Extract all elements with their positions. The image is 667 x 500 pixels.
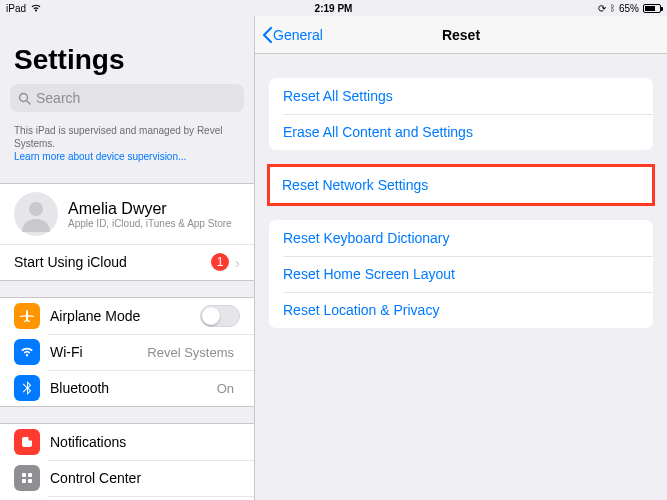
control-center-row[interactable]: Control Center (0, 460, 254, 496)
search-placeholder: Search (36, 90, 80, 106)
detail-pane: General Reset Reset All Settings Erase A… (255, 16, 667, 500)
airplane-toggle[interactable] (200, 305, 240, 327)
account-sub: Apple ID, iCloud, iTunes & App Store (68, 218, 240, 229)
erase-all-content[interactable]: Erase All Content and Settings (269, 114, 653, 150)
reset-all-settings[interactable]: Reset All Settings (269, 78, 653, 114)
reset-group-1: Reset All Settings Erase All Content and… (269, 78, 653, 150)
orientation-lock-icon: ⟳ (598, 3, 606, 14)
svg-rect-5 (22, 473, 26, 477)
svg-rect-7 (22, 479, 26, 483)
bluetooth-settings-icon (14, 375, 40, 401)
battery-icon (643, 4, 661, 13)
chevron-right-icon: › (235, 254, 240, 271)
svg-rect-8 (28, 479, 32, 483)
notifications-row[interactable]: Notifications (0, 424, 254, 460)
wifi-settings-icon (14, 339, 40, 365)
reset-network-group: Reset Network Settings (267, 164, 655, 206)
reset-home-screen[interactable]: Reset Home Screen Layout (269, 256, 653, 292)
status-bar: iPad 2:19 PM ⟳ ᛒ 65% (0, 0, 667, 16)
search-input[interactable]: Search (10, 84, 244, 112)
settings-sidebar: Settings Search This iPad is supervised … (0, 16, 255, 500)
wifi-row[interactable]: Wi-Fi Revel Systems (0, 334, 254, 370)
avatar (14, 192, 58, 236)
notifications-icon (14, 429, 40, 455)
svg-rect-6 (28, 473, 32, 477)
account-name: Amelia Dwyer (68, 200, 240, 218)
reset-keyboard-dictionary[interactable]: Reset Keyboard Dictionary (269, 220, 653, 256)
carrier-label: iPad (6, 3, 26, 14)
nav-title: Reset (442, 27, 480, 43)
svg-point-4 (28, 436, 33, 441)
page-title: Settings (0, 16, 254, 84)
start-icloud-row[interactable]: Start Using iCloud 1 › (0, 244, 254, 280)
clock: 2:19 PM (315, 3, 353, 14)
dnd-row[interactable]: Do Not Disturb (0, 496, 254, 500)
reset-network-settings[interactable]: Reset Network Settings (270, 167, 652, 203)
bluetooth-icon: ᛒ (610, 3, 615, 13)
back-button[interactable]: General (255, 26, 323, 44)
wifi-icon (30, 3, 42, 14)
airplane-icon (14, 303, 40, 329)
control-center-icon (14, 465, 40, 491)
supervision-link[interactable]: Learn more about device supervision... (14, 151, 186, 162)
nav-bar: General Reset (255, 16, 667, 54)
airplane-mode-row[interactable]: Airplane Mode (0, 298, 254, 334)
battery-percent: 65% (619, 3, 639, 14)
badge: 1 (211, 253, 229, 271)
bluetooth-row[interactable]: Bluetooth On (0, 370, 254, 406)
account-row[interactable]: Amelia Dwyer Apple ID, iCloud, iTunes & … (0, 184, 254, 244)
reset-group-3: Reset Keyboard Dictionary Reset Home Scr… (269, 220, 653, 328)
svg-point-2 (29, 202, 43, 216)
chevron-left-icon (261, 26, 273, 44)
search-icon (18, 92, 31, 105)
supervision-notice: This iPad is supervised and managed by R… (0, 124, 254, 167)
svg-line-1 (27, 100, 31, 104)
reset-location-privacy[interactable]: Reset Location & Privacy (269, 292, 653, 328)
